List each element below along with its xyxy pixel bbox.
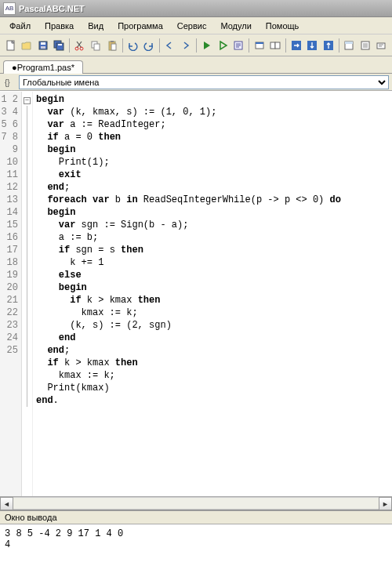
menu-help[interactable]: Помощь [260,20,306,32]
window-title: PascalABC.NET [19,4,85,13]
scroll-right-icon[interactable]: ► [379,497,392,510]
line-gutter: 1 2 3 4 5 6 7 8 9 10 11 12 13 14 15 16 1… [0,92,22,496]
svg-rect-2 [41,42,45,45]
step-over-button[interactable] [289,37,304,54]
svg-text:{}: {} [5,78,10,87]
app-icon: AB [3,2,16,15]
menu-service[interactable]: Сервис [171,20,213,32]
step-out-button[interactable] [321,37,336,54]
menubar: Файл Правка Вид Программа Сервис Модули … [0,17,392,34]
menu-edit[interactable]: Правка [38,20,80,32]
svg-rect-12 [111,41,114,42]
menu-modules[interactable]: Модули [214,20,257,32]
fold-column[interactable]: − [22,92,33,496]
scope-bar: {} Глобальные имена [0,74,392,91]
compile-button[interactable] [231,37,247,54]
output-button[interactable] [374,37,390,54]
form-button[interactable] [342,37,358,54]
undo-button[interactable] [125,37,141,54]
run-noform-button[interactable] [215,37,230,54]
svg-rect-13 [111,44,116,50]
code-editor[interactable]: 1 2 3 4 5 6 7 8 9 10 11 12 13 14 15 16 1… [0,91,392,496]
svg-rect-17 [270,42,275,49]
menu-view[interactable]: Вид [82,20,110,32]
toolbar-separator [196,38,197,53]
tabbar: ●Program1.pas* [0,56,392,74]
open-file-button[interactable] [20,37,35,54]
output-panel: Окно вывода 3 8 5 -4 2 9 17 1 4 0 4 [0,510,392,584]
step-into-button[interactable] [305,37,321,54]
cut-button[interactable] [72,37,88,54]
svg-rect-18 [275,42,280,49]
redo-button[interactable] [141,37,157,54]
scroll-track[interactable] [13,497,379,510]
new-form-button[interactable] [252,37,267,54]
nav-back-button[interactable] [162,37,178,54]
svg-rect-23 [345,42,353,44]
svg-rect-6 [58,44,62,45]
menu-program[interactable]: Программа [111,20,169,32]
scope-dropdown[interactable]: Глобальные имена [19,75,389,89]
save-button[interactable] [35,37,51,54]
paste-button[interactable] [104,37,120,54]
output-title: Окно вывода [0,511,392,524]
code-area[interactable]: begin var (k, kmax, s) := (1, 0, 1); var… [33,92,392,496]
toolbar-separator [285,38,286,53]
toolbar [0,34,392,56]
copy-button[interactable] [89,37,104,54]
form-designer-button[interactable] [268,37,284,54]
toolbar-separator [249,38,249,53]
toolbar-separator [159,38,160,53]
properties-button[interactable] [358,37,373,54]
save-all-button[interactable] [52,37,67,54]
svg-rect-3 [41,46,45,49]
menu-file[interactable]: Файл [3,20,37,32]
toolbar-separator [122,38,123,53]
svg-rect-10 [94,44,100,50]
toolbar-separator [69,38,70,53]
toolbar-separator [339,38,339,53]
run-button[interactable] [199,37,215,54]
scope-icon: {} [3,76,16,89]
scroll-left-icon[interactable]: ◄ [0,497,13,510]
svg-rect-16 [256,42,263,44]
horizontal-scrollbar[interactable]: ◄ ► [0,496,392,510]
nav-forward-button[interactable] [178,37,194,54]
output-body[interactable]: 3 8 5 -4 2 9 17 1 4 0 4 [0,524,392,584]
titlebar: AB PascalABC.NET [0,0,392,17]
new-file-button[interactable] [3,37,19,54]
file-tab[interactable]: ●Program1.pas* [3,60,83,74]
